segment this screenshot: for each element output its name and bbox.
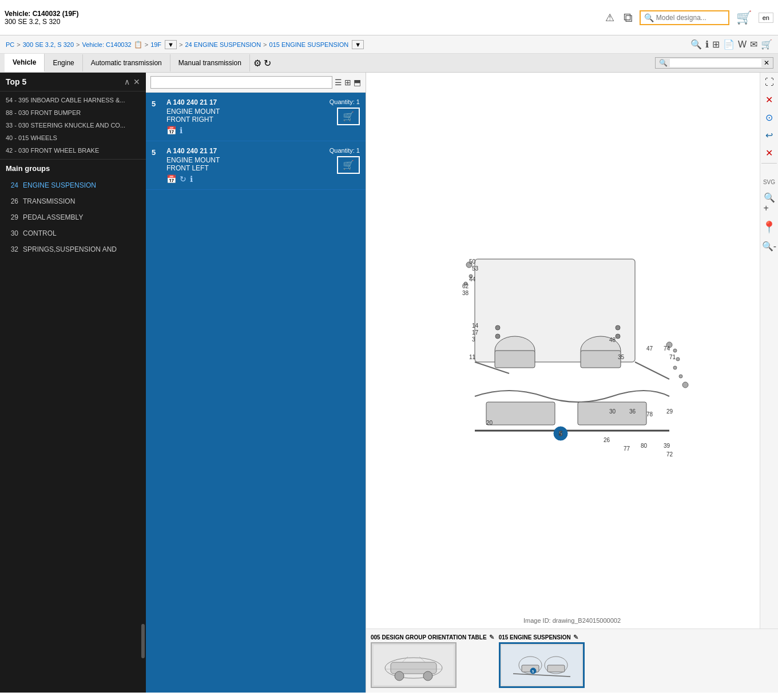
- main-groups-title: Main groups: [0, 160, 146, 177]
- svg-text:36: 36: [629, 408, 636, 415]
- tab-manual-transmission[interactable]: Manual transmission: [170, 54, 250, 71]
- header-search-box: 🔍: [640, 10, 729, 25]
- main-layout: Top 5 ∧ ✕ 54 - 395 INBOARD CABLE HARNESS…: [0, 73, 778, 693]
- part-item-1[interactable]: 5 A 140 240 21 17 ENGINE MOUNT FRONT LEF…: [146, 141, 366, 190]
- breadcrumb-engine-suspension[interactable]: 24 ENGINE SUSPENSION: [185, 41, 261, 48]
- grid-view-icon[interactable]: ⊞: [344, 78, 351, 87]
- top5-collapse-icon[interactable]: ∧: [124, 77, 130, 86]
- vehicle-copy-icon[interactable]: 📋: [134, 41, 142, 49]
- top5-item-4[interactable]: 42 - 030 FRONT WHEEL BRAKE: [0, 144, 146, 157]
- mail-icon[interactable]: ✉: [750, 39, 757, 50]
- thumb-img-0[interactable]: [371, 642, 457, 688]
- thumb-edit-icon-1[interactable]: ✎: [573, 634, 578, 641]
- refresh-icon-1[interactable]: ↻: [180, 174, 186, 184]
- top5-item-1[interactable]: 88 - 030 FRONT BUMPER: [0, 106, 146, 119]
- report-icon[interactable]: 📄: [723, 39, 735, 50]
- thumb-title-1[interactable]: 015 ENGINE SUSPENSION ✎: [499, 634, 585, 641]
- zoom-in-icon[interactable]: 🔍+: [761, 190, 777, 216]
- thumb-svg-0: [374, 645, 454, 685]
- pin-icon[interactable]: 📍: [760, 218, 778, 236]
- header: Vehicle: C140032 (19F) 300 SE 3.2, S 320…: [0, 0, 778, 35]
- language-selector[interactable]: en: [759, 13, 773, 23]
- top5-controls: ∧ ✕: [124, 77, 140, 86]
- 015-dropdown[interactable]: ▼: [352, 40, 364, 49]
- thumb-title-0[interactable]: 005 DESIGN GROUP ORIENTATION TABLE ✎: [371, 634, 494, 641]
- top5-close-icon[interactable]: ✕: [133, 77, 140, 86]
- filter-icon[interactable]: ⊞: [712, 39, 720, 50]
- history-icon[interactable]: ↩: [763, 128, 775, 143]
- zoom-icon[interactable]: 🔍: [690, 39, 702, 50]
- add-to-cart-0[interactable]: 🛒: [337, 108, 360, 125]
- breadcrumb-model[interactable]: 300 SE 3.2, S 320: [23, 41, 74, 48]
- tab-automatic-transmission[interactable]: Automatic transmission: [83, 54, 170, 71]
- parts-toolbar: ☰ ⊞ ⬒: [146, 73, 366, 93]
- top5-item-0[interactable]: 54 - 395 INBOARD CABLE HARNESS &...: [0, 94, 146, 106]
- add-to-cart-1[interactable]: 🛒: [337, 156, 360, 174]
- tab-search-input[interactable]: [670, 59, 761, 67]
- tab-search-icon: 🔍: [659, 59, 668, 67]
- quantity-label-0: Quantity: 1: [330, 98, 360, 105]
- close-diagram-icon[interactable]: ✕: [763, 92, 775, 108]
- thumb-edit-icon-0[interactable]: ✎: [489, 634, 494, 641]
- part-name-1: ENGINE MOUNT FRONT LEFT: [166, 156, 325, 172]
- svg-rect-3: [495, 351, 535, 368]
- group-item-26[interactable]: 26 TRANSMISSION: [0, 193, 146, 209]
- tab-search-clear[interactable]: ✕: [764, 59, 769, 67]
- breadcrumb-015[interactable]: 015 ENGINE SUSPENSION: [269, 41, 349, 48]
- list-view-icon[interactable]: ☰: [335, 78, 342, 87]
- svg-text:14: 14: [472, 323, 479, 329]
- tab-search-box: 🔍 ✕: [655, 57, 773, 69]
- info-icon-1[interactable]: ℹ: [190, 174, 193, 184]
- svg-point-7: [616, 325, 620, 330]
- svg-text:50: 50: [469, 258, 476, 265]
- group-item-32[interactable]: 32 SPRINGS,SUSPENSION AND: [0, 241, 146, 257]
- part-right-1: Quantity: 1 🛒: [330, 147, 360, 174]
- group-item-29[interactable]: 29 PEDAL ASSEMBLY: [0, 209, 146, 225]
- info-icon-0[interactable]: ℹ: [180, 126, 182, 135]
- wis-icon[interactable]: W: [738, 39, 747, 50]
- svg-point-19: [676, 357, 680, 361]
- group-item-24[interactable]: 24 ENGINE SUSPENSION: [0, 177, 146, 193]
- tab-refresh-icon[interactable]: ↻: [264, 58, 271, 69]
- tab-settings-icon[interactable]: ⚙: [253, 58, 261, 69]
- svg-rect-61: [547, 665, 565, 672]
- cart-add-icon[interactable]: 🛒: [734, 9, 754, 26]
- svg-text:26: 26: [604, 437, 610, 443]
- top5-item-3[interactable]: 40 - 015 WHEELS: [0, 132, 146, 144]
- cart-icon[interactable]: 🛒: [761, 39, 772, 50]
- parts-search-input[interactable]: [150, 76, 332, 89]
- svg-text:74: 74: [664, 345, 670, 352]
- 19f-dropdown[interactable]: ▼: [165, 40, 177, 49]
- thumb-img-1[interactable]: 5: [499, 642, 585, 688]
- group-item-30[interactable]: 30 CONTROL: [0, 225, 146, 241]
- part-right-0: Quantity: 1 🛒: [330, 98, 360, 125]
- part-num-0: 5: [152, 100, 162, 108]
- zoom-out-icon[interactable]: 🔍-: [760, 238, 778, 254]
- tab-vehicle[interactable]: Vehicle: [5, 54, 45, 72]
- engine-diagram: 5 50 53 44 62 38 14 17 3 48 11 35 47 74 …: [440, 236, 704, 465]
- svg-point-53: [423, 671, 432, 681]
- close-icon[interactable]: ✕: [763, 145, 775, 161]
- target-icon[interactable]: ⊙: [763, 110, 775, 125]
- breadcrumb-19f[interactable]: 19F: [150, 41, 161, 48]
- model-search-input[interactable]: [656, 14, 725, 22]
- quantity-label-1: Quantity: 1: [330, 147, 360, 154]
- expand-icon[interactable]: ⛶: [763, 75, 776, 90]
- part-item-0[interactable]: 5 A 140 240 21 17 ENGINE MOUNT FRONT RIG…: [146, 93, 366, 141]
- export-icon[interactable]: ⬒: [354, 78, 361, 87]
- svg-text:53: 53: [472, 265, 479, 272]
- calendar-icon-1[interactable]: 📅: [166, 174, 176, 184]
- svg-text:44: 44: [469, 276, 476, 283]
- copy-icon[interactable]: ⧉: [621, 9, 635, 26]
- calendar-icon-0[interactable]: 📅: [166, 126, 176, 135]
- breadcrumb-vehicle[interactable]: Vehicle: C140032: [82, 41, 131, 48]
- top5-item-2[interactable]: 33 - 030 STEERING KNUCKLE AND CO...: [0, 119, 146, 132]
- header-icons: ⚠ ⧉ 🔍 🛒 en: [603, 9, 773, 26]
- svg-text:3: 3: [472, 336, 475, 343]
- tab-engine[interactable]: Engine: [45, 54, 82, 71]
- top5-title: Top 5: [6, 77, 26, 86]
- warning-icon[interactable]: ⚠: [603, 10, 617, 25]
- svg-text:38: 38: [462, 290, 469, 296]
- breadcrumb-pc[interactable]: PC: [6, 41, 14, 48]
- info-icon[interactable]: ℹ: [705, 39, 709, 50]
